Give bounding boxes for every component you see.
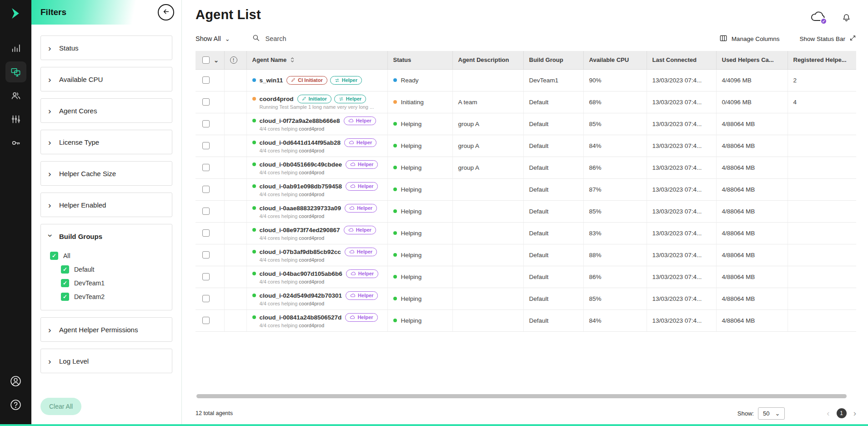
table-row[interactable]: cloud_i-0aae8883239733a09 Helper 4/4 cor… [196, 200, 856, 222]
filters-header: Filters [31, 0, 181, 25]
checkbox-icon [50, 252, 58, 260]
filter-section-header[interactable]: Agent Helper Permissions [41, 318, 172, 341]
filter-section-header[interactable]: Helper Enabled [41, 193, 172, 217]
agent-subtitle: Running Test Sample 1 long name very ver… [260, 104, 382, 110]
badge-helper: Helper [346, 291, 378, 300]
header-build-group[interactable]: Build Group [523, 51, 583, 69]
agent-name-cell: cloud_i-0aae8883239733a09 Helper 4/4 cor… [246, 200, 387, 222]
agent-status-dot [252, 184, 256, 188]
collapse-filters-button[interactable] [158, 4, 174, 20]
status-cell: Helping [387, 200, 452, 222]
header-registered-helpers[interactable]: Registered Helpe... [788, 51, 856, 69]
table-row[interactable]: cloud_i-04bac907d105ab6b6 Helper 4/4 cor… [196, 266, 856, 288]
filter-option-devteam1[interactable]: DevTeam1 [50, 276, 165, 290]
agent-status-dot [252, 250, 256, 254]
filter-section-header[interactable]: Available CPU [41, 67, 172, 91]
filter-section-header[interactable]: Build Groups [41, 224, 172, 248]
row-checkbox[interactable] [202, 208, 210, 215]
last-connected-cell: 13/03/2023 07:4... [647, 69, 716, 91]
manage-columns-button[interactable]: Manage Columns [719, 34, 780, 44]
table-row[interactable]: cloud_i-0f72a9a2e88b666e8 Helper 4/4 cor… [196, 113, 856, 135]
row-checkbox[interactable] [202, 164, 210, 171]
table-row[interactable]: cloud_i-024d549d942b70301 Helper 4/4 cor… [196, 288, 856, 309]
row-checkbox[interactable] [202, 229, 210, 237]
search-input[interactable] [265, 35, 328, 43]
chevron-down-icon [775, 410, 780, 417]
row-checkbox[interactable] [202, 142, 210, 149]
row-checkbox[interactable] [202, 317, 210, 324]
row-checkbox[interactable] [202, 98, 210, 106]
status-label: Helping [401, 121, 422, 127]
badge-helper: Helper [345, 313, 377, 322]
table-row[interactable]: cloud_i-0d6441d144f95ab28 Helper 4/4 cor… [196, 135, 856, 157]
used-helpers-cell: 4/88064 MB [716, 113, 788, 135]
rail-item-help[interactable] [5, 394, 26, 415]
filter-section-header[interactable]: Agent Cores [41, 99, 172, 122]
clear-all-button[interactable]: Clear All [40, 398, 81, 415]
icon-rail [0, 0, 31, 424]
table-row[interactable]: s_win11 CI InitiatorHelper Ready DevTeam… [196, 69, 856, 91]
filter-section-header[interactable]: Log Level [41, 349, 172, 373]
table-row[interactable]: cloud_i-08e973f74ed290867 Helper 4/4 cor… [196, 222, 856, 244]
header-agent-description[interactable]: Agent Description [452, 51, 523, 69]
next-page-icon[interactable] [853, 408, 856, 418]
filter-section-header[interactable]: Status [41, 36, 172, 60]
filter-section-license-type: License Type [40, 130, 172, 154]
row-checkbox[interactable] [202, 273, 210, 280]
status-label: Helping [401, 230, 422, 237]
header-last-connected[interactable]: Last Connected [647, 51, 716, 69]
previous-page-icon[interactable] [827, 408, 829, 418]
page-size-control: Show: 50 [738, 407, 785, 420]
notifications-bell-icon[interactable] [841, 11, 852, 24]
brand-logo-icon[interactable] [10, 7, 22, 21]
status-cell: Helping [387, 178, 452, 200]
table-row[interactable]: coord4prod InitiatorHelper Running Test … [196, 91, 856, 113]
current-page-badge[interactable]: 1 [837, 408, 847, 418]
filter-section-agent-cores: Agent Cores [40, 98, 172, 123]
filter-option-default[interactable]: Default [50, 263, 165, 276]
cloud-status-icon[interactable]: ✓ [811, 11, 825, 24]
table-row[interactable]: cloud_i-07b3af9db85cb92cc Helper 4/4 cor… [196, 244, 856, 266]
rail-item-agents[interactable] [5, 61, 26, 82]
row-checkbox[interactable] [202, 186, 210, 193]
used-helpers-cell: 4/4096 MB [716, 69, 788, 91]
search-box[interactable] [252, 34, 328, 44]
rail-item-licenses[interactable] [5, 132, 26, 153]
row-checkbox[interactable] [202, 251, 210, 259]
header-status[interactable]: Status [387, 51, 452, 69]
cloud-icon [349, 249, 355, 254]
header-available-cpu[interactable]: Available CPU [583, 51, 647, 69]
agent-name-cell: cloud_i-0d6441d144f95ab28 Helper 4/4 cor… [246, 135, 387, 157]
row-checkbox[interactable] [202, 76, 210, 84]
rail-item-settings[interactable] [5, 109, 26, 130]
table-row[interactable]: cloud_i-00841a24b8506527d Helper 4/4 cor… [196, 309, 856, 331]
filter-option-all[interactable]: All [50, 249, 165, 263]
rail-item-users[interactable] [5, 85, 26, 106]
header-used-helpers[interactable]: Used Helpers Ca... [716, 51, 788, 69]
show-all-dropdown[interactable]: Show All [196, 35, 230, 42]
row-checkbox[interactable] [202, 295, 210, 302]
filter-option-devteam2[interactable]: DevTeam2 [50, 290, 165, 304]
header-alerts-cell [224, 51, 246, 69]
chevron-down-icon[interactable] [214, 57, 219, 64]
filter-section-header[interactable]: License Type [41, 130, 172, 154]
table-row[interactable]: cloud_i-0ab91e098db759458 Helper 4/4 cor… [196, 178, 856, 200]
row-checkbox[interactable] [202, 120, 210, 127]
toolbar-right: Manage Columns Show Status Bar [719, 34, 856, 44]
header-agent-name[interactable]: Agent Name [246, 51, 387, 69]
select-all-checkbox[interactable] [202, 56, 210, 64]
rail-item-profile[interactable] [5, 370, 26, 391]
agent-name: coord4prod [260, 96, 294, 102]
sort-icon[interactable] [290, 57, 295, 63]
show-status-bar-button[interactable]: Show Status Bar [799, 35, 856, 43]
rail-item-dashboard[interactable] [5, 38, 26, 59]
build-group-cell: DevTeam1 [523, 69, 583, 91]
page-size-select[interactable]: 50 [758, 407, 785, 420]
badge-helper: Helper [344, 117, 376, 125]
available-cpu-cell: 90% [583, 69, 647, 91]
description-cell: group A [452, 113, 523, 135]
filter-section-header[interactable]: Helper Cache Size [41, 162, 172, 185]
horizontal-scrollbar[interactable] [196, 394, 847, 398]
available-cpu-cell: 84% [583, 309, 647, 331]
table-row[interactable]: cloud_i-0b0451669c49cbdee Helper 4/4 cor… [196, 157, 856, 178]
